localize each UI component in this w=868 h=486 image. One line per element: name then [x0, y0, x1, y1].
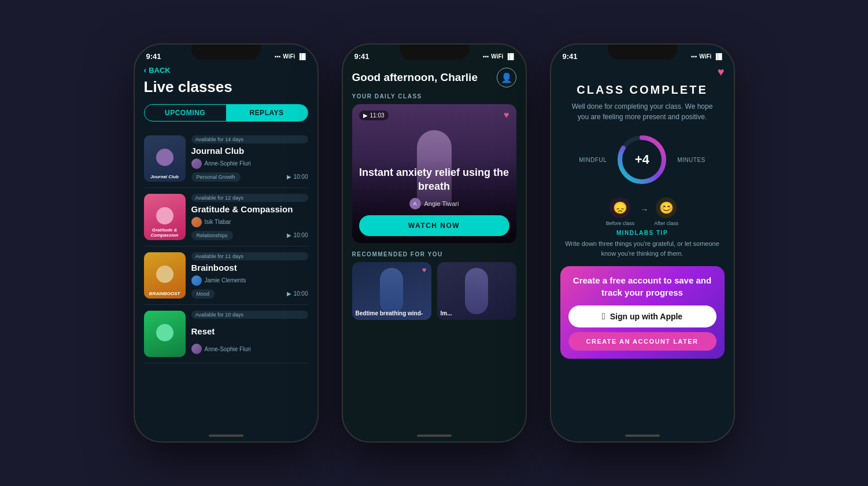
tag-3: Mood: [191, 289, 215, 299]
instructor-name-2: Isik Tlabar: [205, 219, 231, 225]
phone-live-classes: 9:41 ▪▪▪ WiFi ▐█ ‹ BACK Live classes UPC…: [134, 43, 319, 443]
class-card-3[interactable]: BRAINBOOST Available for 11 days Brainbo…: [144, 246, 308, 305]
instructor-mini: A Angie Tiwari: [359, 198, 509, 209]
mood-arrow: →: [640, 205, 648, 214]
status-time-2: 9:41: [354, 52, 370, 61]
battery-icon-3: ▐█: [714, 53, 722, 60]
complete-subtitle: Well done for completing your class. We …: [551, 101, 734, 122]
sign-up-apple-button[interactable]:  Sign up with Apple: [568, 305, 716, 327]
rec-title-2: Im...: [441, 310, 513, 316]
complete-header: ♥: [551, 65, 734, 83]
wifi-icon-3: WiFi: [699, 53, 711, 60]
profile-button[interactable]: 👤: [497, 68, 516, 87]
tags-row-2: Relationships ▶ 10:00: [191, 231, 308, 240]
person-icon: 👤: [501, 72, 512, 83]
signal-icon-3: ▪▪▪: [691, 53, 697, 60]
class-info-1: Available for 14 days Journal Club Anne-…: [191, 135, 308, 182]
thumb-label-1: Journal Club: [146, 174, 183, 179]
instructor-avatar-4: [191, 344, 202, 354]
live-classes-title: Live classes: [144, 78, 308, 96]
available-badge-3: Available for 11 days: [191, 252, 308, 260]
daily-class-card[interactable]: ▶ 11:03 ♥ Instant anxiety relief using t…: [352, 104, 516, 243]
back-button[interactable]: ‹ BACK: [144, 65, 308, 75]
notch-2: [400, 45, 469, 60]
circle-center: +4: [635, 152, 649, 167]
status-icons-1: ▪▪▪ WiFi ▐█: [275, 53, 306, 60]
wifi-icon-2: WiFi: [491, 53, 503, 60]
instructor-avatar-2: [191, 217, 202, 227]
time-value: 11:03: [370, 112, 385, 119]
create-account-later-button[interactable]: CREATE AN ACCOUNT LATER: [568, 332, 716, 351]
tip-text: Write down three things you're grateful,…: [563, 239, 722, 258]
tag-1: Personal Growth: [191, 172, 241, 182]
rec-card-2[interactable]: Im...: [437, 262, 516, 320]
home-header: Good afternoon, Charlie 👤: [343, 65, 526, 93]
rec-card-1[interactable]: ♥ Bedtime breathing wind-: [352, 262, 431, 320]
notch: [191, 45, 261, 60]
daily-class-title: Instant anxiety relief using the breath: [359, 166, 509, 193]
class-name-4: Reset: [191, 326, 308, 336]
duration-1: ▶ 10:00: [287, 174, 308, 180]
mood-after: 😊 After class: [654, 197, 678, 226]
class-info-3: Available for 11 days Brainboost Jamie C…: [191, 252, 308, 299]
greeting: Good afternoon, Charlie: [352, 71, 478, 84]
tip-section: MINDLABS TIP Write down three things you…: [551, 230, 734, 258]
class-thumb-1: Journal Club: [144, 135, 186, 182]
heart-icon-complete[interactable]: ♥: [718, 65, 725, 79]
class-info-4: Available for 10 days Reset Anne-Sophie …: [191, 311, 308, 357]
instructor-avatar-3: [191, 275, 202, 286]
instructor-avatar-1: [191, 159, 202, 169]
circle-number: +4: [635, 152, 649, 167]
instructor-name-3: Jamie Clements: [205, 277, 246, 284]
available-badge-1: Available for 14 days: [191, 135, 308, 143]
class-list: Journal Club Available for 14 days Journ…: [144, 130, 308, 363]
instructor-mini-name: Angie Tiwari: [424, 200, 459, 207]
notch-3: [608, 45, 677, 60]
mindful-label: MINDFUL: [579, 157, 607, 163]
class-name-2: Gratitude & Compassion: [191, 204, 308, 214]
class-card-1[interactable]: Journal Club Available for 14 days Journ…: [144, 130, 308, 188]
instructor-row-2: Isik Tlabar: [191, 217, 308, 227]
tag-2: Relationships: [191, 231, 233, 240]
phone-complete: 9:41 ▪▪▪ WiFi ▐█ ♥ CLASS COMPLETE Well d…: [550, 43, 735, 443]
tab-row: UPCOMING REPLAYS: [144, 104, 308, 122]
available-badge-2: Available for 12 days: [191, 194, 308, 202]
account-cta: Create a free account to save and track …: [560, 266, 725, 359]
back-chevron-icon: ‹: [144, 65, 147, 75]
thumb-label-2: Gratitude & Compassion: [146, 227, 183, 238]
class-thumb-4: [144, 311, 186, 357]
tags-row-3: Mood ▶ 10:00: [191, 289, 308, 299]
instructor-row-1: Anne-Sophie Fluri: [191, 159, 308, 169]
instructor-mini-avatar: A: [409, 198, 421, 209]
tab-upcoming[interactable]: UPCOMING: [145, 105, 226, 121]
status-time-3: 9:41: [563, 52, 578, 61]
daily-class-label: YOUR DAILY CLASS: [343, 93, 526, 100]
thumb-label-3: BRAINBOOST: [146, 291, 183, 296]
play-icon: ▶: [363, 112, 368, 119]
scroll-indicator-2: [417, 435, 452, 437]
cta-text: Create a free account to save and track …: [568, 274, 716, 299]
scroll-indicator-1: [209, 435, 243, 437]
class-card-2[interactable]: Gratitude & Compassion Available for 12 …: [144, 188, 308, 246]
wifi-icon: WiFi: [283, 53, 295, 60]
daily-overlay-bottom: Instant anxiety relief using the breath …: [352, 159, 516, 243]
tab-replays[interactable]: REPLAYS: [226, 105, 308, 121]
class-thumb-2: Gratitude & Compassion: [144, 194, 186, 240]
watch-now-button[interactable]: WATCH NOW: [359, 215, 509, 236]
scroll-indicator-3: [625, 435, 660, 437]
class-card-4[interactable]: Available for 10 days Reset Anne-Sophie …: [144, 305, 308, 363]
signal-icon-2: ▪▪▪: [483, 53, 489, 60]
tip-label: MINDLABS TIP: [563, 230, 722, 236]
live-classes-content: ‹ BACK Live classes UPCOMING REPLAYS: [135, 65, 317, 363]
class-name-1: Journal Club: [191, 146, 308, 156]
duration-3: ▶ 10:00: [287, 290, 308, 297]
rec-title-1: Bedtime breathing wind-: [356, 310, 428, 316]
circle-container: +4: [616, 134, 668, 186]
class-thumb-3: BRAINBOOST: [144, 252, 186, 299]
status-time-1: 9:41: [146, 52, 161, 61]
recommended-row: ♥ Bedtime breathing wind- Im...: [343, 262, 526, 320]
mood-before: 😞 Before class: [606, 197, 635, 226]
heart-icon-daily[interactable]: ♥: [504, 110, 509, 120]
mindful-section: MINDFUL +4: [551, 134, 734, 186]
instructor-name-1: Anne-Sophie Fluri: [205, 160, 251, 167]
